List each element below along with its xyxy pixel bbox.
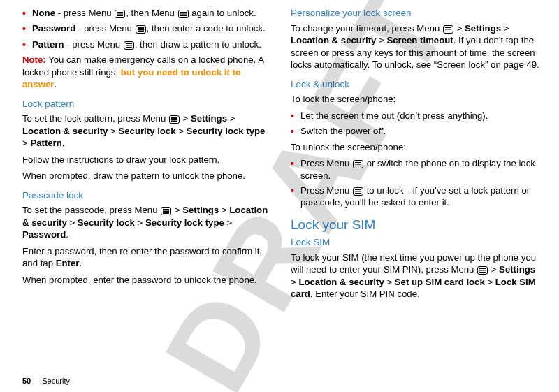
bullet-text: , then draw a pattern to unlock. — [135, 39, 261, 50]
period: . — [62, 138, 65, 148]
sep: > — [172, 205, 182, 215]
heading-personalize-lock: Personalize your lock screen — [291, 7, 539, 20]
menu-icon — [161, 207, 171, 215]
menu-icon — [353, 187, 363, 196]
crumb-settings: Settings — [182, 205, 219, 215]
sep: > — [67, 217, 78, 228]
right-column: Personalize your lock screen To change y… — [291, 7, 539, 304]
bullet-text: Let the screen time out (don’t press any… — [300, 110, 539, 122]
unlock-phone-intro: To unlock the screen/phone: — [291, 141, 539, 153]
bullet-text: Switch the power off. — [300, 125, 539, 138]
bullet-icon: • — [22, 38, 32, 51]
bullet-icon: • — [291, 157, 300, 182]
passcode-prompt: When prompted, enter the password to unl… — [22, 274, 271, 286]
crumb-setup-sim-lock: Set up SIM card lock — [395, 277, 485, 287]
lock-sim-text: To lock your SIM (the next time you powe… — [291, 252, 539, 300]
sep: > — [384, 277, 395, 287]
crumb-pattern: Pattern — [30, 138, 61, 148]
section-name: Security — [42, 377, 70, 385]
sep: > — [291, 277, 298, 287]
menu-icon — [136, 25, 146, 34]
bullet-none: • None - press Menu , then Menu again to… — [22, 7, 271, 20]
crumb-settings: Settings — [191, 113, 227, 124]
bullet-press-menu-display: • Press Menu or switch the phone on to d… — [291, 157, 539, 182]
crumb-password: Password — [22, 229, 66, 240]
menu-icon — [169, 115, 180, 124]
bullet-label: Pattern — [32, 39, 64, 50]
bullet-icon: • — [291, 110, 300, 122]
enter-label: Enter — [56, 258, 80, 268]
crumb-screen-timeout: Screen timeout — [386, 35, 453, 45]
sep: > — [488, 264, 499, 275]
crumb-location-security: Location & security — [22, 126, 108, 136]
sep: > — [135, 217, 145, 228]
left-column: • None - press Menu , then Menu again to… — [22, 7, 271, 304]
personalize-text: To change your timeout, press Menu > Set… — [291, 22, 539, 71]
sep: > — [227, 113, 235, 124]
sep: > — [176, 126, 187, 136]
crumb-location-security: Location & security — [298, 277, 384, 287]
text: Press Menu — [300, 158, 352, 168]
menu-icon — [443, 25, 453, 34]
sep: > — [22, 138, 30, 148]
note-label: Note: — [22, 55, 46, 65]
crumb-security-lock: Security lock — [118, 126, 175, 136]
sep: > — [219, 205, 229, 215]
bullet-icon: • — [291, 184, 300, 209]
menu-icon — [178, 10, 189, 18]
crumb-security-lock: Security lock — [78, 217, 135, 228]
sep: > — [454, 23, 465, 34]
sep: > — [108, 126, 118, 136]
heading-passcode-lock: Passcode lock — [22, 189, 271, 202]
bullet-timeout: • Let the screen time out (don’t press a… — [291, 110, 539, 122]
bullet-icon: • — [22, 22, 32, 35]
menu-icon — [477, 266, 488, 275]
bullet-text: , then Menu — [126, 8, 177, 18]
bullet-password: • Password - press Menu , then enter a c… — [22, 22, 271, 35]
bullet-press-menu-unlock: • Press Menu to unlock—if you've set a l… — [291, 184, 539, 209]
heading-lock-unlock: Lock & unlock — [291, 78, 539, 91]
note-paragraph: Note: You can make emergency calls on a … — [22, 54, 271, 90]
text: To set the lock pattern, press Menu — [22, 113, 168, 124]
note-period: . — [54, 79, 57, 89]
heading-lock-pattern: Lock pattern — [22, 98, 271, 110]
crumb-settings: Settings — [499, 264, 535, 275]
crumb-security-lock-type: Security lock type — [145, 217, 224, 228]
bullet-label: None — [32, 8, 55, 18]
sep: > — [485, 277, 495, 287]
page-footer: 50Security — [22, 377, 70, 385]
bullet-text: - press Menu — [75, 23, 134, 34]
text: To change your timeout, press Menu — [291, 23, 442, 34]
period: . — [66, 229, 68, 240]
lock-phone-intro: To lock the screen/phone: — [291, 93, 539, 105]
sep: > — [180, 113, 191, 124]
bullet-pattern: • Pattern - press Menu , then draw a pat… — [22, 38, 271, 51]
bullet-icon: • — [22, 7, 32, 20]
bullet-text: again to unlock. — [189, 8, 256, 18]
passcode-path: To set the passcode, press Menu > Settin… — [22, 204, 271, 240]
sep: > — [376, 35, 386, 45]
menu-icon — [115, 10, 125, 18]
lock-pattern-follow: Follow the instructions to draw your loc… — [22, 154, 271, 166]
crumb-security-lock-type: Security lock type — [187, 126, 266, 136]
bullet-text: - press Menu — [64, 39, 122, 50]
text: . Enter your SIM PIN code. — [310, 289, 420, 299]
sep: > — [501, 23, 509, 34]
menu-icon — [124, 41, 134, 50]
sep: > — [224, 217, 232, 228]
bullet-icon: • — [291, 125, 300, 138]
lock-pattern-prompt: When prompted, draw the pattern to unloc… — [22, 170, 271, 182]
lock-pattern-path: To set the lock pattern, press Menu > Se… — [22, 112, 271, 149]
text: To set the passcode, press Menu — [22, 205, 160, 215]
period: . — [79, 258, 82, 268]
heading-lock-your-sim: Lock your SIM — [291, 216, 539, 233]
bullet-text: , then enter a code to unlock. — [147, 23, 266, 34]
passcode-enter: Enter a password, then re-enter the pass… — [22, 245, 271, 270]
text: Press Menu — [300, 185, 352, 196]
page-number: 50 — [22, 377, 31, 385]
bullet-label: Password — [32, 23, 75, 34]
crumb-location-security: Location & security — [291, 35, 376, 45]
crumb-settings: Settings — [465, 23, 501, 34]
bullet-poweroff: • Switch the power off. — [291, 125, 539, 138]
heading-lock-sim: Lock SIM — [291, 236, 539, 249]
